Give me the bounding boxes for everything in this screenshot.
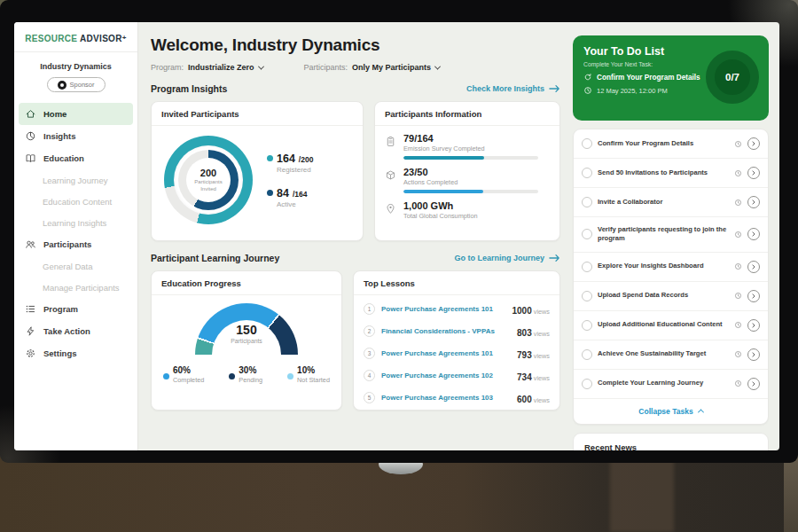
brand-part-advisor: ADVISOR xyxy=(80,34,122,43)
chevron-right-button[interactable] xyxy=(747,196,760,208)
chevron-right-button[interactable] xyxy=(747,319,760,332)
sidebar-item-education-content[interactable]: Education Content xyxy=(14,191,137,212)
go-to-learning-journey-link[interactable]: Go to Learning Journey xyxy=(454,254,560,262)
invited-donut-chart: 200 Participants Invited xyxy=(164,136,253,224)
lesson-link[interactable]: Power Purchase Agreements 101 xyxy=(381,305,506,313)
todo-item[interactable]: Confirm Your Program Details xyxy=(574,129,768,159)
chevron-right-button[interactable] xyxy=(747,261,760,273)
sidebar-subitem-label: General Data xyxy=(43,262,93,271)
chevron-right-icon xyxy=(750,322,757,329)
chevron-right-button[interactable] xyxy=(747,290,760,302)
location-pin-icon xyxy=(385,203,396,215)
chevron-right-button[interactable] xyxy=(747,137,760,150)
todo-item[interactable]: Send 50 Invitations to Participants xyxy=(574,159,768,188)
chevron-down-icon xyxy=(257,63,263,69)
checkbox[interactable] xyxy=(582,262,592,272)
sidebar-item-learning-insights[interactable]: Learning Insights xyxy=(14,212,137,233)
legend-label: Not Started xyxy=(297,376,330,384)
lesson-rank: 3 xyxy=(364,348,375,359)
chevron-right-button[interactable] xyxy=(747,378,760,390)
chevron-right-icon xyxy=(750,293,757,300)
legend-pending: 30%Pending xyxy=(229,365,262,384)
dashboard-screen: RESOURCE ADVISOR+ Industry Dynamics Spon… xyxy=(14,22,779,450)
sidebar-nav: Home Insights Education Learning Journey… xyxy=(14,103,137,364)
sidebar-item-participants[interactable]: Participants xyxy=(19,233,133,255)
sidebar-subitem-label: Education Content xyxy=(43,197,112,207)
sidebar-item-learning-journey[interactable]: Learning Journey xyxy=(14,169,137,191)
chevron-right-icon xyxy=(750,263,757,270)
chevron-right-button[interactable] xyxy=(747,228,760,240)
sidebar-item-home[interactable]: Home xyxy=(19,103,133,125)
sidebar-item-label: Participants xyxy=(43,239,91,249)
checkbox[interactable] xyxy=(582,320,592,331)
participants-select-value: Only My Participants xyxy=(352,63,431,72)
program-insights-header: Program Insights Check More Insights xyxy=(151,83,560,94)
sidebar-item-program[interactable]: Program xyxy=(19,298,133,320)
invited-card-body: 200 Participants Invited 164 /200 Regist… xyxy=(152,126,363,224)
checkbox[interactable] xyxy=(582,379,592,389)
todo-item[interactable]: Achieve One Sustainability Target xyxy=(574,340,768,370)
gear-icon xyxy=(25,348,36,359)
sidebar-item-education[interactable]: Education xyxy=(19,147,133,169)
sponsor-badge: Sponsor xyxy=(47,77,106,92)
sponsor-badge-label: Sponsor xyxy=(70,81,95,89)
lesson-link[interactable]: Power Purchase Agreements 103 xyxy=(381,394,511,402)
checkbox[interactable] xyxy=(582,349,592,360)
todo-summary-card: Your To Do List Complete Your Next Task:… xyxy=(573,35,769,121)
chevron-right-button[interactable] xyxy=(747,167,760,179)
chevron-right-icon xyxy=(750,140,757,147)
card-title: Education Progress xyxy=(152,271,341,295)
legend-value: 164 xyxy=(277,153,295,165)
checkbox[interactable] xyxy=(582,229,592,239)
sidebar-item-label: Settings xyxy=(43,348,76,358)
stat-value: 23/50 xyxy=(403,167,549,177)
insights-cards-row: Invited Participants 200 Participants In… xyxy=(151,101,560,241)
clock-icon xyxy=(734,262,742,270)
participants-select[interactable]: Participants: Only My Participants xyxy=(304,63,441,72)
lightning-icon xyxy=(25,325,36,337)
stat-total-consumption: 1,000 GWh Total Global Consumption xyxy=(375,193,559,220)
sidebar-item-insights[interactable]: Insights xyxy=(19,125,133,147)
check-more-insights-link[interactable]: Check More Insights xyxy=(466,84,560,93)
list-icon xyxy=(25,303,36,315)
checkbox[interactable] xyxy=(582,291,592,301)
todo-item[interactable]: Complete Your Learning Journey xyxy=(574,370,768,399)
program-select[interactable]: Program: Industrialize Zero xyxy=(151,63,263,72)
todo-item[interactable]: Explore Your Insights Dashboard xyxy=(574,253,768,282)
sidebar-item-settings[interactable]: Settings xyxy=(19,342,133,364)
sidebar-item-label: Program xyxy=(43,304,78,314)
collapse-tasks-link[interactable]: Collapse Tasks xyxy=(574,399,768,424)
lesson-link[interactable]: Power Purchase Agreements 102 xyxy=(381,372,511,379)
checkbox[interactable] xyxy=(582,138,592,149)
sidebar-item-take-action[interactable]: Take Action xyxy=(19,320,133,342)
todo-item[interactable]: Upload Spend Data Records xyxy=(574,282,768,311)
checkbox[interactable] xyxy=(582,197,592,207)
chevron-right-icon xyxy=(750,169,757,176)
checkbox[interactable] xyxy=(582,168,592,178)
sidebar-item-general-data[interactable]: General Data xyxy=(14,255,137,277)
survey-icon xyxy=(385,136,396,147)
chevron-right-button[interactable] xyxy=(747,348,760,361)
lesson-row: 2 Financial Considerations - VPPAs 803vi… xyxy=(354,320,559,342)
views-suffix: views xyxy=(534,330,550,338)
views-suffix: views xyxy=(534,396,550,404)
todo-item[interactable]: Invite a Collaborator xyxy=(574,188,768,217)
lesson-views: 600 xyxy=(517,395,532,404)
sidebar-item-manage-participants[interactable]: Manage Participants xyxy=(14,277,137,298)
actions-cube-icon xyxy=(385,169,396,181)
stat-emission-survey: 79/164 Emission Survey Completed xyxy=(375,126,559,160)
org-name: Industry Dynamics xyxy=(14,62,137,71)
lesson-link[interactable]: Financial Considerations - VPPAs xyxy=(381,327,511,335)
views-suffix: views xyxy=(534,374,550,382)
todo-item[interactable]: Upload Additional Educational Content xyxy=(574,311,768,340)
legend-total: /200 xyxy=(299,155,314,164)
stat-label: Actions Completed xyxy=(403,178,549,186)
lesson-link[interactable]: Power Purchase Agreements 101 xyxy=(381,349,511,357)
brand-plus: + xyxy=(122,34,127,42)
todo-item[interactable]: Verify participants requesting to join t… xyxy=(574,217,768,253)
lesson-views: 1000 xyxy=(512,306,532,316)
legend-total: /164 xyxy=(293,190,308,199)
clock-icon xyxy=(734,292,742,300)
recent-news-card: Recent News xyxy=(573,433,769,451)
donut-center: 200 Participants Invited xyxy=(186,158,231,202)
